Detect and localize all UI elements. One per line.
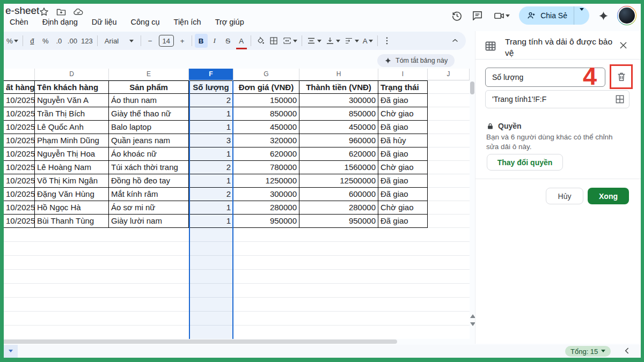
cell[interactable]: 600000 [299,188,378,201]
cell[interactable]: Đồng hồ đeo tay [109,174,189,188]
cell[interactable]: Chờ giao [378,107,428,121]
cell[interactable]: Lê Quốc Anh [35,121,109,134]
cell[interactable]: 300000 [299,94,378,107]
cell[interactable]: Mắt kính râm [109,188,189,201]
cell[interactable] [428,188,470,201]
move-folder-icon[interactable] [56,6,67,17]
gemini-sparkle-icon[interactable] [597,9,610,22]
cell[interactable]: 950000 [299,215,378,228]
account-avatar[interactable] [617,6,636,25]
column-header-D[interactable]: D [35,69,109,80]
cell[interactable]: 2 [189,94,233,107]
cell[interactable]: Đã giao [378,121,428,134]
decrease-font-size-button[interactable]: − [144,34,157,48]
column-header-E[interactable]: E [109,69,189,80]
delete-range-icon[interactable] [616,71,627,83]
share-button[interactable]: Chia Sẻ [519,6,589,25]
cell[interactable]: 10/2025 [4,174,35,188]
spreadsheet-grid[interactable]: DEFGHIJất hàngTên khách hàngSản phẩmSố l… [4,69,470,339]
cell[interactable]: Áo khoác nữ [109,147,189,161]
done-button[interactable]: Xong [588,188,629,204]
cell[interactable]: 3 [189,134,233,147]
cell[interactable]: Hồ Ngọc Hà [35,201,109,215]
cell[interactable]: 450000 [233,121,299,134]
cell[interactable]: 10/2025 [4,161,35,174]
summarize-table-button[interactable]: Tóm tắt bảng này [377,54,455,67]
total-summary-button[interactable]: Tổng: 15 [565,346,611,357]
borders-icon[interactable] [267,34,280,48]
cell[interactable]: Trần Thị Bích [35,107,109,121]
comment-icon[interactable] [471,9,484,22]
header-cell[interactable] [428,80,470,94]
vertical-scrollbar[interactable] [470,82,474,94]
history-icon[interactable] [450,9,463,22]
header-cell[interactable]: Đơn giá (VNĐ) [233,80,299,94]
empty-row[interactable] [4,298,470,312]
strikethrough-button[interactable]: S [222,34,235,48]
empty-row[interactable] [4,242,470,256]
cell[interactable]: Balo laptop [109,121,189,134]
merge-cells-icon[interactable] [281,34,299,48]
menu-insert[interactable]: Chèn [4,16,34,28]
more-toolbar-icon[interactable] [380,34,393,48]
zoom-select[interactable]: % [5,34,20,48]
font-select[interactable]: Arial [100,34,138,48]
change-permissions-button[interactable]: Thay đổi quyền [487,154,563,171]
header-cell[interactable]: Sản phẩm [109,80,189,94]
cell[interactable]: 1560000 [299,161,378,174]
cell[interactable]: Áo sơ mi nữ [109,201,189,215]
cancel-button[interactable]: Hủy [546,188,583,204]
cell[interactable]: 10/2025 [4,201,35,215]
cell[interactable]: 1 [189,147,233,161]
sheet-tab-menu-button[interactable] [4,345,18,358]
cell[interactable] [428,147,470,161]
cell[interactable]: 2 [189,161,233,174]
cell[interactable] [428,134,470,147]
column-header-F[interactable]: F [189,69,233,80]
format-percent-button[interactable]: % [39,34,52,48]
text-color-button[interactable]: A [235,34,248,48]
horizontal-scrollbar[interactable] [4,339,397,344]
menu-tools[interactable]: Công cụ [125,16,166,28]
cell[interactable]: 10/2025 [4,188,35,201]
collapse-panel-chevron-icon[interactable] [622,345,633,356]
cell[interactable]: 960000 [299,134,378,147]
cell[interactable]: Phạm Minh Dũng [35,134,109,147]
select-data-range-icon[interactable] [614,94,625,105]
vertical-align-icon[interactable] [324,34,342,48]
cell[interactable]: 1 [189,107,233,121]
empty-row[interactable] [4,228,470,242]
text-wrap-icon[interactable] [342,34,361,48]
empty-row[interactable] [4,256,470,270]
menu-extensions[interactable]: Tiện ích [168,16,207,28]
menu-format[interactable]: Định dạng [36,16,84,28]
bold-button[interactable]: B [195,34,208,48]
cell[interactable]: 10/2025 [4,134,35,147]
column-header-cropped[interactable] [4,69,35,80]
cell[interactable]: 280000 [233,201,299,215]
increase-decimal-button[interactable]: .00 [66,34,79,48]
cell[interactable] [428,161,470,174]
cell[interactable]: 150000 [233,94,299,107]
column-header-H[interactable]: H [299,69,378,80]
cell[interactable]: Giày lười nam [109,215,189,228]
close-panel-icon[interactable] [618,40,628,50]
cell[interactable] [428,174,470,188]
font-size-field[interactable]: 14 [157,34,175,48]
cell[interactable]: Quần jeans nam [109,134,189,147]
italic-button[interactable]: I [208,34,221,48]
empty-row[interactable] [4,312,470,326]
column-header-J[interactable]: J [428,69,470,80]
header-cell[interactable]: ất hàng [4,80,35,94]
cell[interactable]: 10/2025 [4,107,35,121]
cell[interactable]: 1 [189,121,233,134]
cell[interactable]: Võ Thị Kim Ngân [35,174,109,188]
cell[interactable]: Túi xách thời trang [109,161,189,174]
increase-font-size-button[interactable]: + [176,34,189,48]
empty-row[interactable] [4,326,470,339]
cell[interactable]: 850000 [299,107,378,121]
collapse-toolbar-icon[interactable] [449,34,462,48]
cell[interactable]: 2 [189,188,233,201]
column-header-I[interactable]: I [378,69,428,80]
cell[interactable]: 1 [189,215,233,228]
